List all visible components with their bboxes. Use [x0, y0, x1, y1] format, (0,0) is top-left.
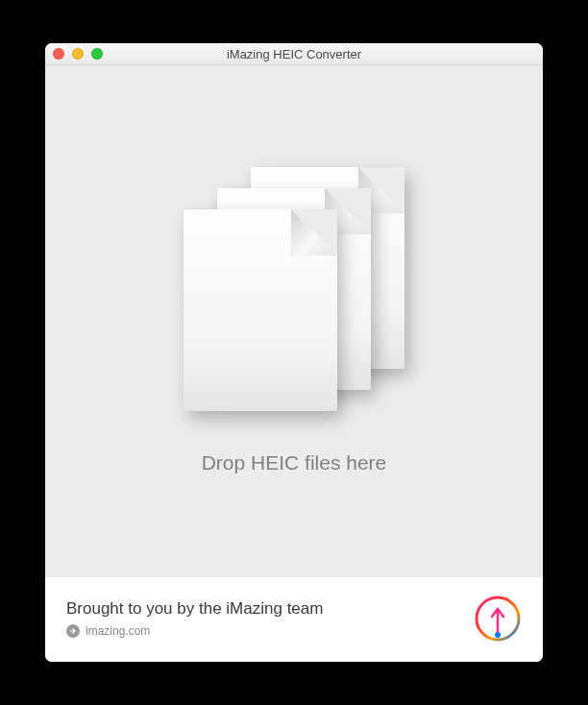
- app-window: iMazing HEIC Converter Drop HEIC files h…: [45, 43, 543, 662]
- titlebar: iMazing HEIC Converter: [45, 43, 543, 65]
- vendor-link[interactable]: imazing.com: [66, 624, 323, 638]
- drop-zone[interactable]: Drop HEIC files here: [184, 167, 404, 474]
- documents-stack-icon: [184, 167, 404, 417]
- footer-text-group: Brought to you by the iMazing team imazi…: [66, 599, 323, 638]
- close-icon[interactable]: [53, 48, 64, 60]
- page-icon: [184, 209, 337, 411]
- zoom-icon[interactable]: [91, 48, 103, 60]
- svg-point-1: [495, 632, 501, 638]
- footer: Brought to you by the iMazing team imazi…: [45, 576, 543, 662]
- footer-tagline: Brought to you by the iMazing team: [66, 599, 323, 619]
- content-area: Drop HEIC files here: [45, 65, 543, 576]
- drop-label: Drop HEIC files here: [202, 451, 387, 474]
- arrow-right-circle-icon: [66, 624, 80, 638]
- window-title: iMazing HEIC Converter: [227, 47, 361, 61]
- imazing-logo-icon: [474, 595, 522, 643]
- vendor-link-label: imazing.com: [86, 624, 150, 638]
- minimize-icon[interactable]: [72, 48, 84, 60]
- window-controls: [53, 48, 103, 60]
